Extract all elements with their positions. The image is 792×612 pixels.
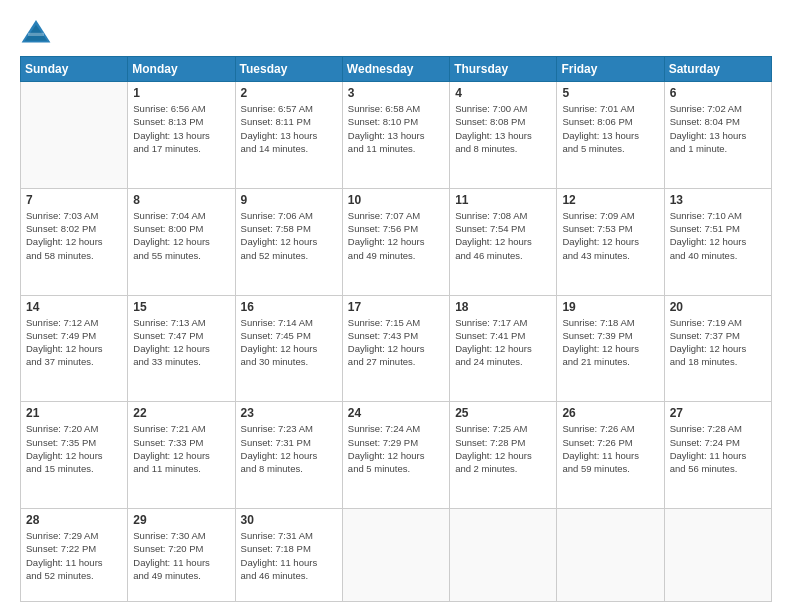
- day-number: 17: [348, 300, 444, 314]
- day-info: Sunrise: 7:04 AM Sunset: 8:00 PM Dayligh…: [133, 209, 229, 262]
- calendar-cell: 24Sunrise: 7:24 AM Sunset: 7:29 PM Dayli…: [342, 402, 449, 509]
- day-number: 18: [455, 300, 551, 314]
- calendar-cell: [557, 509, 664, 602]
- day-number: 12: [562, 193, 658, 207]
- day-number: 9: [241, 193, 337, 207]
- day-number: 23: [241, 406, 337, 420]
- calendar-header-tuesday: Tuesday: [235, 57, 342, 82]
- day-number: 10: [348, 193, 444, 207]
- calendar-cell: 8Sunrise: 7:04 AM Sunset: 8:00 PM Daylig…: [128, 188, 235, 295]
- header: [20, 18, 772, 46]
- week-row-4: 21Sunrise: 7:20 AM Sunset: 7:35 PM Dayli…: [21, 402, 772, 509]
- day-number: 13: [670, 193, 766, 207]
- day-info: Sunrise: 7:24 AM Sunset: 7:29 PM Dayligh…: [348, 422, 444, 475]
- calendar-cell: 17Sunrise: 7:15 AM Sunset: 7:43 PM Dayli…: [342, 295, 449, 402]
- day-info: Sunrise: 7:14 AM Sunset: 7:45 PM Dayligh…: [241, 316, 337, 369]
- calendar-cell: 2Sunrise: 6:57 AM Sunset: 8:11 PM Daylig…: [235, 82, 342, 189]
- day-info: Sunrise: 7:21 AM Sunset: 7:33 PM Dayligh…: [133, 422, 229, 475]
- calendar-cell: 21Sunrise: 7:20 AM Sunset: 7:35 PM Dayli…: [21, 402, 128, 509]
- day-number: 5: [562, 86, 658, 100]
- day-info: Sunrise: 7:00 AM Sunset: 8:08 PM Dayligh…: [455, 102, 551, 155]
- day-info: Sunrise: 7:08 AM Sunset: 7:54 PM Dayligh…: [455, 209, 551, 262]
- calendar-header-saturday: Saturday: [664, 57, 771, 82]
- calendar-cell: [342, 509, 449, 602]
- calendar-cell: 1Sunrise: 6:56 AM Sunset: 8:13 PM Daylig…: [128, 82, 235, 189]
- calendar-cell: 28Sunrise: 7:29 AM Sunset: 7:22 PM Dayli…: [21, 509, 128, 602]
- day-number: 25: [455, 406, 551, 420]
- calendar-table: SundayMondayTuesdayWednesdayThursdayFrid…: [20, 56, 772, 602]
- day-info: Sunrise: 7:17 AM Sunset: 7:41 PM Dayligh…: [455, 316, 551, 369]
- calendar-cell: 5Sunrise: 7:01 AM Sunset: 8:06 PM Daylig…: [557, 82, 664, 189]
- calendar-cell: 3Sunrise: 6:58 AM Sunset: 8:10 PM Daylig…: [342, 82, 449, 189]
- day-number: 16: [241, 300, 337, 314]
- day-number: 27: [670, 406, 766, 420]
- week-row-1: 1Sunrise: 6:56 AM Sunset: 8:13 PM Daylig…: [21, 82, 772, 189]
- calendar-cell: 4Sunrise: 7:00 AM Sunset: 8:08 PM Daylig…: [450, 82, 557, 189]
- calendar-cell: 26Sunrise: 7:26 AM Sunset: 7:26 PM Dayli…: [557, 402, 664, 509]
- day-info: Sunrise: 7:10 AM Sunset: 7:51 PM Dayligh…: [670, 209, 766, 262]
- day-number: 22: [133, 406, 229, 420]
- calendar-cell: 25Sunrise: 7:25 AM Sunset: 7:28 PM Dayli…: [450, 402, 557, 509]
- day-number: 21: [26, 406, 122, 420]
- day-info: Sunrise: 7:19 AM Sunset: 7:37 PM Dayligh…: [670, 316, 766, 369]
- calendar-header-monday: Monday: [128, 57, 235, 82]
- calendar-cell: 14Sunrise: 7:12 AM Sunset: 7:49 PM Dayli…: [21, 295, 128, 402]
- day-number: 14: [26, 300, 122, 314]
- calendar-cell: 12Sunrise: 7:09 AM Sunset: 7:53 PM Dayli…: [557, 188, 664, 295]
- day-info: Sunrise: 7:23 AM Sunset: 7:31 PM Dayligh…: [241, 422, 337, 475]
- day-number: 15: [133, 300, 229, 314]
- day-info: Sunrise: 7:13 AM Sunset: 7:47 PM Dayligh…: [133, 316, 229, 369]
- calendar-cell: [664, 509, 771, 602]
- day-info: Sunrise: 7:06 AM Sunset: 7:58 PM Dayligh…: [241, 209, 337, 262]
- day-number: 30: [241, 513, 337, 527]
- day-info: Sunrise: 7:18 AM Sunset: 7:39 PM Dayligh…: [562, 316, 658, 369]
- day-info: Sunrise: 7:25 AM Sunset: 7:28 PM Dayligh…: [455, 422, 551, 475]
- calendar-cell: 13Sunrise: 7:10 AM Sunset: 7:51 PM Dayli…: [664, 188, 771, 295]
- calendar-header-friday: Friday: [557, 57, 664, 82]
- calendar-cell: 9Sunrise: 7:06 AM Sunset: 7:58 PM Daylig…: [235, 188, 342, 295]
- day-info: Sunrise: 6:58 AM Sunset: 8:10 PM Dayligh…: [348, 102, 444, 155]
- calendar-cell: 7Sunrise: 7:03 AM Sunset: 8:02 PM Daylig…: [21, 188, 128, 295]
- calendar-cell: 11Sunrise: 7:08 AM Sunset: 7:54 PM Dayli…: [450, 188, 557, 295]
- day-info: Sunrise: 7:29 AM Sunset: 7:22 PM Dayligh…: [26, 529, 122, 582]
- day-number: 20: [670, 300, 766, 314]
- calendar-cell: 22Sunrise: 7:21 AM Sunset: 7:33 PM Dayli…: [128, 402, 235, 509]
- day-info: Sunrise: 7:01 AM Sunset: 8:06 PM Dayligh…: [562, 102, 658, 155]
- calendar-header-thursday: Thursday: [450, 57, 557, 82]
- day-number: 2: [241, 86, 337, 100]
- logo-icon: [20, 18, 52, 46]
- day-info: Sunrise: 7:07 AM Sunset: 7:56 PM Dayligh…: [348, 209, 444, 262]
- calendar-cell: 27Sunrise: 7:28 AM Sunset: 7:24 PM Dayli…: [664, 402, 771, 509]
- day-info: Sunrise: 7:09 AM Sunset: 7:53 PM Dayligh…: [562, 209, 658, 262]
- calendar-cell: 30Sunrise: 7:31 AM Sunset: 7:18 PM Dayli…: [235, 509, 342, 602]
- day-number: 3: [348, 86, 444, 100]
- day-number: 8: [133, 193, 229, 207]
- day-number: 7: [26, 193, 122, 207]
- calendar-cell: 23Sunrise: 7:23 AM Sunset: 7:31 PM Dayli…: [235, 402, 342, 509]
- day-number: 26: [562, 406, 658, 420]
- day-info: Sunrise: 7:31 AM Sunset: 7:18 PM Dayligh…: [241, 529, 337, 582]
- day-number: 1: [133, 86, 229, 100]
- day-number: 6: [670, 86, 766, 100]
- svg-rect-2: [28, 33, 44, 36]
- day-number: 19: [562, 300, 658, 314]
- week-row-3: 14Sunrise: 7:12 AM Sunset: 7:49 PM Dayli…: [21, 295, 772, 402]
- calendar-cell: 29Sunrise: 7:30 AM Sunset: 7:20 PM Dayli…: [128, 509, 235, 602]
- calendar-header-row: SundayMondayTuesdayWednesdayThursdayFrid…: [21, 57, 772, 82]
- calendar-cell: 19Sunrise: 7:18 AM Sunset: 7:39 PM Dayli…: [557, 295, 664, 402]
- page: SundayMondayTuesdayWednesdayThursdayFrid…: [0, 0, 792, 612]
- calendar-cell: 6Sunrise: 7:02 AM Sunset: 8:04 PM Daylig…: [664, 82, 771, 189]
- day-number: 24: [348, 406, 444, 420]
- day-info: Sunrise: 7:26 AM Sunset: 7:26 PM Dayligh…: [562, 422, 658, 475]
- day-info: Sunrise: 7:28 AM Sunset: 7:24 PM Dayligh…: [670, 422, 766, 475]
- day-info: Sunrise: 6:56 AM Sunset: 8:13 PM Dayligh…: [133, 102, 229, 155]
- week-row-5: 28Sunrise: 7:29 AM Sunset: 7:22 PM Dayli…: [21, 509, 772, 602]
- calendar-cell: 16Sunrise: 7:14 AM Sunset: 7:45 PM Dayli…: [235, 295, 342, 402]
- day-info: Sunrise: 7:03 AM Sunset: 8:02 PM Dayligh…: [26, 209, 122, 262]
- day-number: 28: [26, 513, 122, 527]
- calendar-cell: 20Sunrise: 7:19 AM Sunset: 7:37 PM Dayli…: [664, 295, 771, 402]
- calendar-cell: 15Sunrise: 7:13 AM Sunset: 7:47 PM Dayli…: [128, 295, 235, 402]
- day-number: 11: [455, 193, 551, 207]
- calendar-header-wednesday: Wednesday: [342, 57, 449, 82]
- day-info: Sunrise: 7:30 AM Sunset: 7:20 PM Dayligh…: [133, 529, 229, 582]
